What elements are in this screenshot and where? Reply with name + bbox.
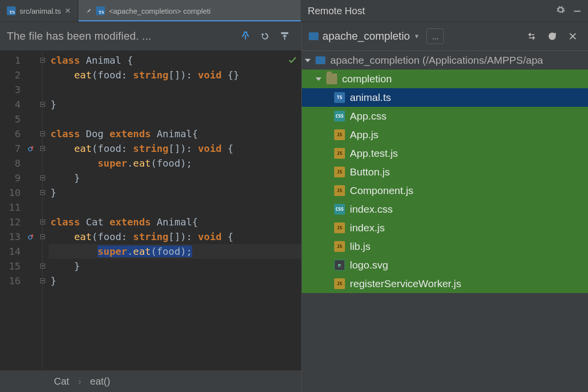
js-icon: JS xyxy=(334,148,345,159)
tree-file[interactable]: JSComponent.js xyxy=(302,181,588,200)
tree-file[interactable]: JSregisterServiceWorker.js xyxy=(302,274,588,293)
ts-icon: TS xyxy=(7,6,16,15)
css-icon: CSS xyxy=(334,111,345,122)
tab-label: <apache_completion> completi xyxy=(109,7,211,15)
ts-icon: TS xyxy=(334,92,345,103)
breadcrumb-part[interactable]: eat() xyxy=(90,376,110,387)
remote-titlebar: Remote Host xyxy=(302,0,588,22)
editor-tab-0[interactable]: TS src/animal.ts ✕ xyxy=(0,0,78,22)
infobar-message: The file has been modified. ... xyxy=(7,30,236,43)
chevron-down-icon xyxy=(316,77,321,81)
tree-folder[interactable]: completion xyxy=(302,70,588,88)
tree-file[interactable]: ◩logo.svg xyxy=(302,256,588,274)
more-button[interactable]: ... xyxy=(426,28,444,44)
server-name: apache_completio xyxy=(322,30,410,43)
svg-rect-2 xyxy=(574,10,580,12)
js-icon: JS xyxy=(334,241,345,252)
js-icon: JS xyxy=(334,185,345,196)
svg-icon: ◩ xyxy=(334,260,345,270)
remote-tree[interactable]: apache_completion (/Applications/AMPPS/a… xyxy=(302,51,588,392)
undo-icon[interactable] xyxy=(255,26,275,46)
fold-column xyxy=(37,51,49,370)
tree-file[interactable]: JSApp.js xyxy=(302,125,588,144)
server-selector[interactable]: apache_completio ▼ xyxy=(309,30,419,43)
line-numbers: 12345678910111213141516 xyxy=(0,51,24,370)
js-icon: JS xyxy=(334,167,345,177)
editor-tab-1[interactable]: TS <apache_completion> completi xyxy=(78,0,301,22)
chevron-right-icon: › xyxy=(78,376,81,387)
remote-panel: Remote Host apache_completio ▼ ... apach… xyxy=(302,0,588,392)
status-ok-icon xyxy=(288,54,297,69)
minimize-icon[interactable] xyxy=(572,5,582,17)
tab-label: src/animal.ts xyxy=(20,7,61,15)
server-icon xyxy=(316,56,325,64)
js-icon: JS xyxy=(334,222,345,233)
close-icon[interactable]: ✕ xyxy=(65,6,71,15)
server-icon xyxy=(309,32,318,40)
tree-file[interactable]: JSlib.js xyxy=(302,237,588,256)
svg-point-0 xyxy=(28,147,32,151)
close-icon[interactable] xyxy=(564,28,581,45)
js-icon: JS xyxy=(334,129,345,140)
diff-icon[interactable] xyxy=(523,28,540,45)
merge-icon[interactable] xyxy=(236,26,255,46)
refresh-icon[interactable] xyxy=(544,28,561,45)
editor-infobar: The file has been modified. ... xyxy=(0,22,301,51)
tree-file[interactable]: CSSindex.css xyxy=(302,200,588,219)
folder-icon xyxy=(326,74,337,84)
tree-file[interactable]: JSButton.js xyxy=(302,163,588,181)
panel-title: Remote Host xyxy=(308,5,365,17)
tree-file[interactable]: JSindex.js xyxy=(302,219,588,237)
svg-point-1 xyxy=(28,236,32,239)
remote-toolbar: apache_completio ▼ ... xyxy=(302,22,588,51)
tree-file[interactable]: CSSApp.css xyxy=(302,107,588,125)
upload-icon[interactable] xyxy=(275,26,294,46)
editor-tabs: TS src/animal.ts ✕ TS <apache_completion… xyxy=(0,0,301,22)
editor-pane: TS src/animal.ts ✕ TS <apache_completion… xyxy=(0,0,301,392)
breadcrumb-part[interactable]: Cat xyxy=(54,376,69,387)
breadcrumb[interactable]: Cat › eat() xyxy=(0,370,301,392)
chevron-down-icon xyxy=(305,59,311,62)
css-icon: CSS xyxy=(334,204,345,215)
js-icon: JS xyxy=(334,278,345,289)
tree-root[interactable]: apache_completion (/Applications/AMPPS/a… xyxy=(302,51,588,70)
tree-file[interactable]: JSApp.test.js xyxy=(302,144,588,163)
chevron-down-icon: ▼ xyxy=(414,33,420,40)
gutter-markers xyxy=(24,51,37,370)
tree-file[interactable]: TSanimal.ts xyxy=(302,88,588,107)
code-editor[interactable]: 12345678910111213141516 class Animal { e… xyxy=(0,51,301,370)
ts-icon: TS xyxy=(96,6,105,15)
pin-icon xyxy=(85,7,92,14)
gear-icon[interactable] xyxy=(556,5,565,17)
code-body[interactable]: class Animal { eat(food: string[]): void… xyxy=(49,51,301,370)
